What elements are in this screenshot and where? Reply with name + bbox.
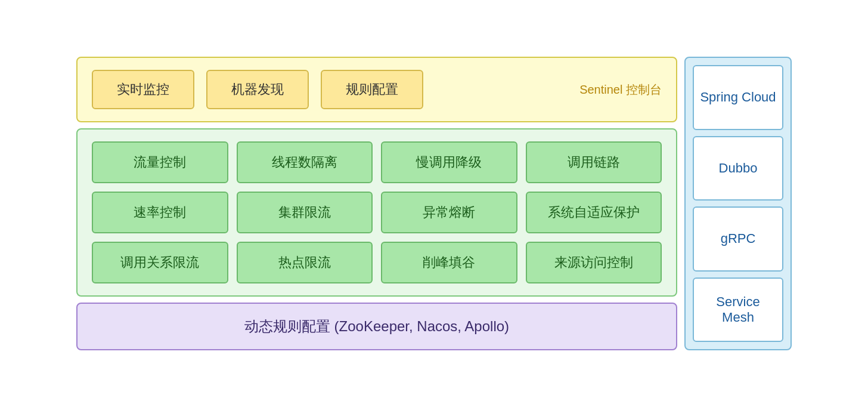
core-box-slow-call: 慢调用降级 (381, 141, 517, 183)
left-panel: 实时监控 机器发现 规则配置 Sentinel 控制台 流量控制 线程数隔离 慢… (76, 57, 677, 350)
core-box-adaptive-protection: 系统自适应保护 (526, 192, 662, 233)
core-box-hotspot-limit: 热点限流 (237, 242, 373, 283)
core-box-peak-shaving: 削峰填谷 (381, 242, 517, 283)
sentinel-box-monitor: 实时监控 (92, 70, 194, 109)
core-row-2: 速率控制 集群限流 异常熔断 系统自适应保护 (92, 192, 662, 233)
sentinel-boxes: 实时监控 机器发现 规则配置 (92, 70, 568, 109)
core-box-cluster-limit: 集群限流 (237, 192, 373, 233)
right-box-dubbo: Dubbo (693, 136, 783, 201)
core-box-thread-isolation: 线程数隔离 (237, 141, 373, 183)
sentinel-box-discovery: 机器发现 (206, 70, 309, 109)
dynamic-section: 动态规则配置 (ZooKeeper, Nacos, Apollo) (76, 303, 677, 350)
core-row-1: 流量控制 线程数隔离 慢调用降级 调用链路 (92, 141, 662, 183)
right-box-spring-cloud: Spring Cloud (693, 65, 783, 130)
sentinel-label: Sentinel 控制台 (579, 82, 662, 98)
core-box-rate-control: 速率控制 (92, 192, 228, 233)
sentinel-box-rules: 规则配置 (321, 70, 423, 109)
right-box-grpc: gRPC (693, 206, 783, 272)
right-box-service-mesh: Service Mesh (693, 278, 783, 343)
core-box-call-chain: 调用链路 (526, 141, 662, 183)
main-container: 实时监控 机器发现 规则配置 Sentinel 控制台 流量控制 线程数隔离 慢… (76, 57, 792, 350)
core-box-circuit-breaker: 异常熔断 (381, 192, 517, 233)
core-box-source-access: 来源访问控制 (526, 242, 662, 283)
core-section: 流量控制 线程数隔离 慢调用降级 调用链路 速率控制 集群限流 异常熔断 系统自… (76, 128, 677, 297)
sentinel-section: 实时监控 机器发现 规则配置 Sentinel 控制台 (76, 57, 677, 122)
right-panel: Spring Cloud Dubbo gRPC Service Mesh (684, 57, 792, 350)
core-row-3: 调用关系限流 热点限流 削峰填谷 来源访问控制 (92, 242, 662, 283)
core-box-flow-control: 流量控制 (92, 141, 228, 183)
core-box-relation-limit: 调用关系限流 (92, 242, 228, 283)
dynamic-label: 动态规则配置 (ZooKeeper, Nacos, Apollo) (244, 318, 509, 334)
